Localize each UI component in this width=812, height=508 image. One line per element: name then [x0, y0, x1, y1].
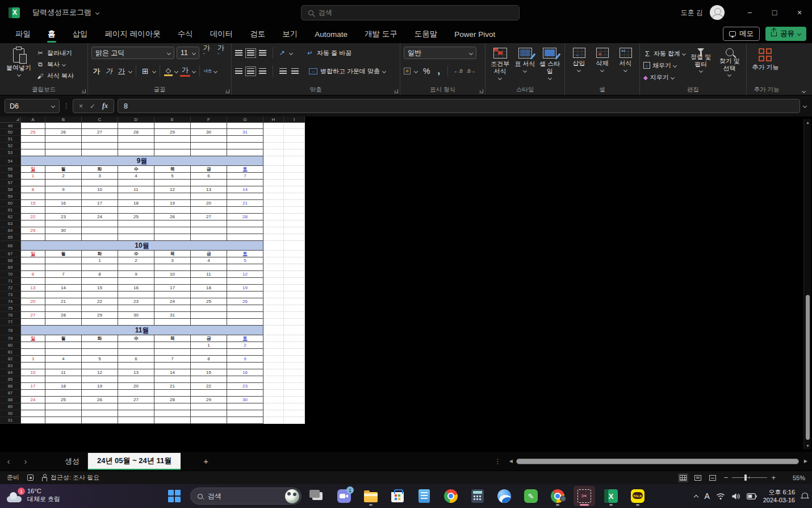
cell[interactable] [154, 180, 191, 186]
ime-mode-indicator[interactable]: A [704, 492, 709, 501]
cell[interactable] [118, 410, 154, 417]
close-button[interactable]: × [787, 0, 812, 25]
align-bottom-button[interactable] [259, 50, 266, 56]
cell[interactable] [191, 180, 227, 186]
cell[interactable] [21, 278, 45, 285]
cell[interactable] [263, 349, 284, 356]
cell[interactable] [154, 390, 191, 397]
cell[interactable]: 29 [21, 227, 45, 234]
cell[interactable]: 10 [21, 369, 45, 376]
cell[interactable] [45, 257, 82, 264]
cell[interactable] [263, 342, 284, 349]
cell[interactable] [263, 278, 284, 285]
cell[interactable]: 16 [118, 285, 154, 292]
cell[interactable]: 26 [82, 397, 118, 403]
cell[interactable]: 18 [118, 200, 154, 207]
cell[interactable] [227, 123, 263, 129]
row-header[interactable]: 78 [0, 326, 21, 335]
cell[interactable] [191, 193, 227, 200]
cell[interactable] [284, 186, 305, 193]
cell[interactable]: 29 [82, 312, 118, 319]
cell[interactable] [284, 285, 305, 292]
cell[interactable] [21, 220, 45, 227]
cell[interactable]: 3 [82, 173, 118, 180]
cell[interactable]: 21 [45, 298, 82, 305]
cut-button[interactable]: ✂잘라내기 [36, 48, 74, 58]
expand-formula-bar-chevron-icon[interactable] [803, 104, 807, 108]
delete-cells-button[interactable]: × 삭제 [592, 46, 613, 86]
cell[interactable] [263, 207, 284, 214]
cell[interactable] [263, 257, 284, 264]
tab-help[interactable]: 도움말 [407, 26, 445, 42]
cell[interactable] [191, 305, 227, 312]
cell[interactable] [191, 220, 227, 227]
document-title[interactable]: 달력생성프로그램 [32, 7, 91, 18]
maximize-button[interactable]: □ [762, 0, 787, 25]
cell[interactable]: 14 [45, 285, 82, 292]
row-header[interactable]: 62 [0, 214, 21, 220]
cell-styles-button[interactable]: 셀 스타일 [538, 46, 561, 86]
notepad-button[interactable] [413, 486, 435, 506]
cell[interactable] [21, 123, 45, 129]
format-as-table-button[interactable]: 표 서식 [514, 46, 537, 86]
horizontal-scroll-track[interactable] [515, 458, 802, 465]
row-header[interactable]: 89 [0, 403, 21, 410]
sheet-tab-generate[interactable]: 생성 [57, 453, 88, 470]
cell[interactable]: 수 [118, 251, 154, 257]
cell[interactable] [118, 234, 154, 241]
cell[interactable] [263, 251, 284, 257]
cell[interactable]: 9 [118, 271, 154, 278]
orientation-chevron-icon[interactable] [289, 51, 293, 55]
cell[interactable]: 16 [45, 200, 82, 207]
kakaotalk-button[interactable]: TALK [627, 486, 648, 506]
cell[interactable] [227, 220, 263, 227]
cell[interactable] [154, 376, 191, 383]
cell[interactable] [154, 207, 191, 214]
zoom-slider[interactable] [732, 477, 767, 478]
cell[interactable] [263, 363, 284, 369]
cell[interactable]: 21 [227, 200, 263, 207]
cell[interactable] [227, 193, 263, 200]
cell[interactable] [263, 136, 284, 143]
cell[interactable] [154, 319, 191, 326]
cell[interactable] [82, 193, 118, 200]
format-painter-button[interactable]: 🖌︎서식 복사 [36, 71, 74, 81]
cell[interactable] [284, 180, 305, 186]
cell[interactable] [154, 292, 191, 298]
row-header[interactable]: 74 [0, 298, 21, 305]
cell[interactable] [227, 136, 263, 143]
enter-button[interactable]: ✓ [90, 102, 95, 110]
cell[interactable]: 9 [227, 356, 263, 363]
cell[interactable]: 17 [21, 383, 45, 390]
cell[interactable] [21, 410, 45, 417]
cell[interactable] [263, 264, 284, 271]
underline-chevron-icon[interactable] [128, 69, 132, 73]
cell[interactable] [118, 417, 154, 424]
percent-style-button[interactable]: % [421, 66, 432, 76]
font-color-button[interactable]: 가 [180, 65, 190, 77]
cell[interactable]: 월 [45, 335, 82, 342]
row-header[interactable]: 61 [0, 207, 21, 214]
cell[interactable] [191, 143, 227, 149]
row-header[interactable]: 83 [0, 363, 21, 369]
row-header[interactable]: 72 [0, 285, 21, 292]
cell[interactable]: 월 [45, 251, 82, 257]
cell[interactable]: 13 [118, 369, 154, 376]
tab-view[interactable]: 보기 [275, 26, 305, 42]
row-header[interactable]: 77 [0, 319, 21, 326]
cell[interactable]: 11 [118, 186, 154, 193]
cell[interactable] [284, 173, 305, 180]
cell[interactable] [82, 234, 118, 241]
excel-taskbar-button[interactable]: X [600, 486, 622, 506]
cell[interactable] [263, 376, 284, 383]
row-header[interactable]: 69 [0, 264, 21, 271]
cell[interactable] [191, 349, 227, 356]
row-header[interactable]: 88 [0, 397, 21, 403]
cell[interactable]: 수 [118, 335, 154, 342]
cell[interactable] [82, 417, 118, 424]
cell[interactable] [227, 390, 263, 397]
horizontal-scroll-thumb[interactable] [516, 459, 799, 464]
battery-icon[interactable] [747, 493, 757, 499]
cell[interactable] [284, 166, 305, 173]
cell[interactable]: 11 [191, 271, 227, 278]
